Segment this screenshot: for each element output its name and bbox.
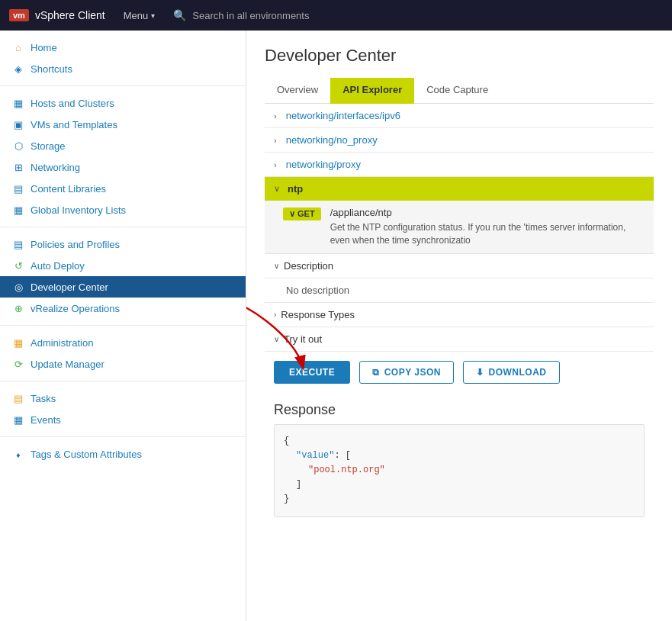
main-layout: Home Shortcuts Hosts and Clusters VMs an… [0, 31, 672, 621]
menu-label: Menu [124, 10, 149, 21]
download-button[interactable]: ⬇ DOWNLOAD [463, 361, 560, 384]
chevron-down-try-icon: ∨ [274, 335, 279, 343]
copy-json-button[interactable]: ⧉ COPY JSON [359, 361, 454, 384]
search-placeholder: Search in all environments [192, 10, 309, 21]
search-icon: 🔍 [173, 9, 186, 21]
topbar: vm vSphere Client Menu ▾ 🔍 Search in all… [0, 0, 672, 31]
api-row-ipv6[interactable]: › networking/interfaces/ipv6 [265, 104, 654, 128]
sidebar-divider-3 [0, 325, 246, 326]
sidebar-item-update-manager[interactable]: Update Manager [0, 353, 246, 375]
json-line-1: { [284, 434, 635, 449]
chevron-right-rt-icon: › [274, 310, 276, 319]
api-row-proxy[interactable]: › networking/proxy [265, 153, 654, 177]
menu-button[interactable]: Menu ▾ [117, 7, 162, 24]
api-path-no-proxy: networking/no_proxy [286, 134, 378, 146]
sidebar-divider-1 [0, 85, 246, 86]
sidebar-item-autodeploy[interactable]: Auto Deploy [0, 255, 246, 276]
api-path-ipv6: networking/interfaces/ipv6 [286, 110, 400, 121]
sidebar-label-tags: Tags & Custom Attributes [31, 449, 142, 460]
home-icon [12, 41, 24, 53]
sidebar-item-vrealize[interactable]: vRealize Operations [0, 298, 246, 319]
sidebar-label-events: Events [31, 414, 61, 426]
chevron-right-icon-3: › [274, 160, 277, 169]
sidebar-label-shortcuts: Shortcuts [31, 63, 72, 75]
chevron-down-ntp-icon: ∨ [274, 184, 280, 194]
description-label: Description [284, 260, 333, 272]
sidebar-item-vms[interactable]: VMs and Templates [0, 114, 246, 135]
sidebar-item-networking[interactable]: Networking [0, 156, 246, 178]
sidebar-label-home: Home [31, 42, 57, 53]
try-it-label: Try it out [284, 333, 322, 345]
inventory-icon [12, 204, 24, 216]
sidebar-label-update-manager: Update Manager [31, 359, 104, 370]
sidebar-item-content-libraries[interactable]: Content Libraries [0, 178, 246, 199]
vms-icon [12, 118, 24, 130]
tab-code-capture[interactable]: Code Capture [414, 78, 500, 104]
vm-logo-box: vm [9, 9, 29, 21]
execute-button[interactable]: EXECUTE [274, 361, 350, 384]
sidebar-item-home[interactable]: Home [0, 37, 246, 58]
sidebar-item-hosts[interactable]: Hosts and Clusters [0, 92, 246, 114]
description-section[interactable]: ∨ Description [265, 254, 654, 278]
sidebar-label-vms: VMs and Templates [31, 119, 117, 130]
sidebar-label-inventory: Global Inventory Lists [31, 204, 126, 216]
sidebar-label-administration: Administration [31, 337, 93, 349]
sidebar-label-content: Content Libraries [31, 183, 106, 195]
sidebar-item-storage[interactable]: Storage [0, 135, 246, 156]
download-label: DOWNLOAD [489, 367, 547, 378]
sidebar-label-developer: Developer Center [31, 282, 108, 293]
content-icon [12, 182, 24, 195]
api-get-row[interactable]: ∨ GET /appliance/ntp Get the NTP configu… [265, 201, 654, 254]
ntp-section-header[interactable]: ∨ ntp [265, 177, 654, 201]
events-icon [12, 413, 24, 426]
ntp-label: ntp [288, 183, 303, 195]
sidebar-item-shortcuts[interactable]: Shortcuts [0, 58, 246, 79]
tab-overview[interactable]: Overview [265, 78, 330, 104]
download-icon: ⬇ [476, 367, 484, 378]
copy-icon: ⧉ [372, 367, 380, 378]
tab-api-explorer[interactable]: API Explorer [330, 78, 414, 104]
sidebar: Home Shortcuts Hosts and Clusters VMs an… [0, 31, 246, 621]
page-title: Developer Center [265, 46, 654, 66]
chevron-down-icon: ▾ [151, 11, 155, 20]
sidebar-item-global-inventory[interactable]: Global Inventory Lists [0, 199, 246, 220]
sidebar-item-tags[interactable]: Tags & Custom Attributes [0, 443, 246, 465]
no-description: No description [265, 278, 654, 303]
sidebar-item-administration[interactable]: Administration [0, 332, 246, 353]
update-icon [12, 358, 24, 370]
sidebar-item-developer-center[interactable]: Developer Center [0, 276, 246, 298]
app-logo: vm vSphere Client [9, 9, 105, 21]
copy-json-label: COPY JSON [384, 367, 441, 378]
try-it-section[interactable]: ∨ Try it out [265, 327, 654, 352]
chevron-right-icon: › [274, 111, 277, 121]
json-line-2: "value": [ [284, 449, 635, 463]
json-line-4: ] [284, 478, 635, 492]
networking-icon [12, 161, 24, 173]
api-path-proxy: networking/proxy [286, 159, 361, 170]
hosts-icon [12, 97, 24, 109]
response-types-section[interactable]: › Response Types [265, 303, 654, 327]
autodeploy-icon [12, 259, 24, 272]
content-area: Developer Center Overview API Explorer C… [246, 31, 672, 621]
action-buttons: EXECUTE ⧉ COPY JSON ⬇ DOWNLOAD [265, 352, 654, 393]
api-content: › networking/interfaces/ipv6 › networkin… [265, 104, 654, 517]
sidebar-label-networking: Networking [31, 162, 80, 173]
sidebar-item-policies[interactable]: Policies and Profiles [0, 233, 246, 255]
json-line-5: } [284, 492, 635, 507]
vrealize-icon [12, 302, 24, 314]
sidebar-divider-4 [0, 381, 246, 381]
sidebar-label-hosts: Hosts and Clusters [31, 98, 114, 109]
sidebar-label-autodeploy: Auto Deploy [31, 260, 85, 272]
sidebar-label-policies: Policies and Profiles [31, 239, 120, 250]
sidebar-item-tasks[interactable]: Tasks [0, 388, 246, 409]
chevron-right-icon-2: › [274, 136, 277, 145]
storage-icon [12, 140, 24, 152]
sidebar-item-events[interactable]: Events [0, 409, 246, 430]
search-bar[interactable]: 🔍 Search in all environments [173, 9, 663, 21]
api-row-no-proxy[interactable]: › networking/no_proxy [265, 128, 654, 153]
json-line-3: "pool.ntp.org" [284, 463, 635, 478]
chevron-down-desc-icon: ∨ [274, 262, 279, 270]
sidebar-label-storage: Storage [31, 140, 66, 152]
tasks-icon [12, 392, 24, 404]
tags-icon [12, 448, 24, 460]
